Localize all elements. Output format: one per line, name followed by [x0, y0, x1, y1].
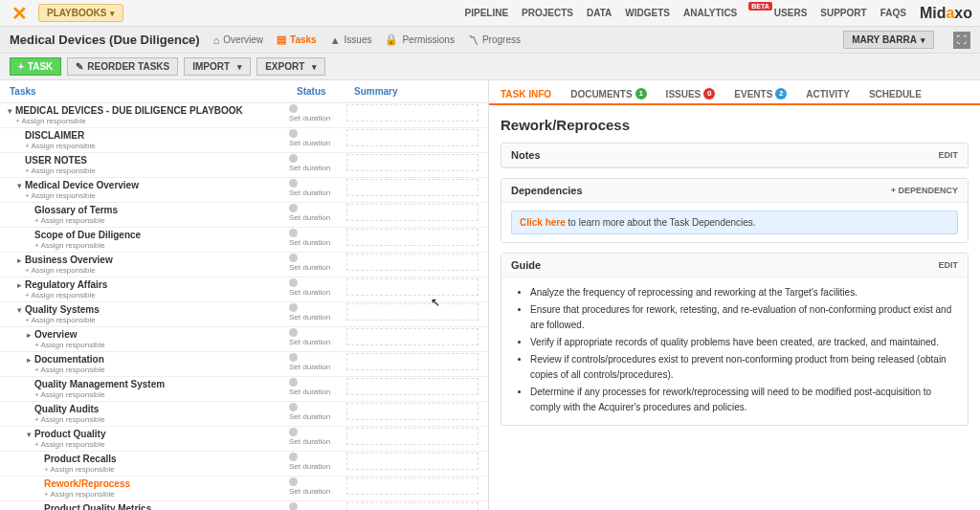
task-row[interactable]: ▾MEDICAL DEVICES - DUE DILIGENCE PLAYBOO…: [0, 103, 488, 128]
task-row[interactable]: ▾Quality Systems+ Assign responsibleSet …: [0, 302, 488, 327]
status-dot[interactable]: [289, 303, 298, 312]
tab-progress[interactable]: 〽Progress: [468, 34, 521, 46]
task-row[interactable]: Glossary of Terms+ Assign responsibleSet…: [0, 203, 488, 228]
rtab-documents[interactable]: DOCUMENTS1: [568, 84, 648, 103]
nav-widgets[interactable]: WIDGETS: [625, 8, 670, 18]
tab-tasks[interactable]: ▤Tasks: [277, 33, 317, 46]
set-duration-link[interactable]: Set duration: [289, 363, 330, 371]
rtab-activity[interactable]: ACTIVITY: [804, 84, 852, 103]
set-duration-link[interactable]: Set duration: [289, 388, 330, 396]
status-dot[interactable]: [289, 378, 298, 387]
set-duration-link[interactable]: Set duration: [289, 437, 330, 446]
nav-users[interactable]: USERS: [774, 8, 807, 18]
status-dot[interactable]: [289, 453, 298, 461]
summary-cell[interactable]: [346, 403, 479, 420]
status-dot[interactable]: [289, 428, 298, 436]
status-dot[interactable]: [289, 229, 298, 237]
nav-projects[interactable]: PROJECTS: [522, 8, 573, 18]
nav-support[interactable]: SUPPORT: [820, 8, 866, 18]
expand-toggle[interactable]: ▾: [13, 305, 25, 315]
task-row[interactable]: Rework/Reprocess+ Assign responsibleSet …: [0, 477, 488, 501]
expand-toggle[interactable]: ▾: [23, 430, 34, 439]
status-dot[interactable]: [289, 403, 298, 411]
assign-responsible-link[interactable]: + Assign responsible: [25, 266, 289, 276]
expand-toggle[interactable]: ▸: [13, 255, 25, 265]
edit-notes-button[interactable]: EDIT: [938, 150, 958, 160]
assign-responsible-link[interactable]: + Assign responsible: [25, 316, 289, 325]
task-row[interactable]: Product Recalls+ Assign responsibleSet d…: [0, 452, 488, 477]
set-duration-link[interactable]: Set duration: [289, 114, 330, 122]
task-row[interactable]: ▾Medical Device Overview+ Assign respons…: [0, 178, 488, 203]
summary-cell[interactable]: [346, 154, 479, 171]
status-dot[interactable]: [289, 477, 298, 486]
assign-responsible-link[interactable]: + Assign responsible: [25, 166, 289, 176]
task-row[interactable]: Quality Management System+ Assign respon…: [0, 377, 488, 402]
assign-responsible-link[interactable]: + Assign responsible: [25, 191, 289, 201]
set-duration-link[interactable]: Set duration: [289, 139, 330, 147]
summary-cell[interactable]: [346, 353, 479, 370]
export-button[interactable]: EXPORT▾: [256, 57, 325, 76]
set-duration-link[interactable]: Set duration: [289, 164, 330, 172]
task-row[interactable]: ▸Regulatory Affairs+ Assign responsibleS…: [0, 277, 488, 302]
status-dot[interactable]: [289, 328, 298, 337]
assign-responsible-link[interactable]: + Assign responsible: [15, 117, 289, 126]
reorder-tasks-button[interactable]: ✎REORDER TASKS: [67, 57, 178, 76]
summary-cell[interactable]: [346, 477, 479, 495]
task-row[interactable]: Quality Audits+ Assign responsibleSet du…: [0, 402, 488, 427]
tab-issues[interactable]: ▲Issues: [330, 34, 372, 46]
nav-pipeline[interactable]: PIPELINE: [465, 8, 509, 18]
task-row[interactable]: ▸Overview+ Assign responsibleSet duratio…: [0, 327, 488, 352]
expand-toggle[interactable]: ▸: [13, 280, 25, 290]
set-duration-link[interactable]: Set duration: [289, 313, 330, 322]
fullscreen-icon[interactable]: ⛶: [953, 32, 970, 49]
user-menu[interactable]: MARY BARRA▾: [843, 31, 934, 49]
set-duration-link[interactable]: Set duration: [289, 188, 330, 197]
task-row[interactable]: Scope of Due Diligence+ Assign responsib…: [0, 228, 488, 253]
summary-cell[interactable]: [346, 204, 479, 221]
deps-learn-link[interactable]: Click here: [520, 217, 566, 228]
status-dot[interactable]: [289, 104, 298, 113]
nav-faqs[interactable]: FAQS: [880, 8, 906, 18]
expand-toggle[interactable]: ▾: [4, 106, 15, 116]
set-duration-link[interactable]: Set duration: [289, 412, 330, 421]
expand-toggle[interactable]: ▸: [23, 355, 34, 365]
assign-responsible-link[interactable]: + Assign responsible: [44, 465, 289, 475]
rtab-issues[interactable]: ISSUES0: [664, 84, 718, 103]
task-row[interactable]: ▸Documentation+ Assign responsibleSet du…: [0, 352, 488, 377]
tab-overview[interactable]: ⌂Overview: [213, 34, 263, 46]
assign-responsible-link[interactable]: + Assign responsible: [25, 142, 289, 151]
assign-responsible-link[interactable]: + Assign responsible: [34, 366, 289, 375]
assign-responsible-link[interactable]: + Assign responsible: [34, 440, 289, 450]
assign-responsible-link[interactable]: + Assign responsible: [34, 390, 289, 400]
status-dot[interactable]: [289, 204, 298, 212]
set-duration-link[interactable]: Set duration: [289, 263, 330, 272]
assign-responsible-link[interactable]: + Assign responsible: [44, 490, 289, 499]
task-row[interactable]: ▾Product Quality+ Assign responsibleSet …: [0, 427, 488, 452]
assign-responsible-link[interactable]: + Assign responsible: [34, 415, 289, 425]
summary-cell[interactable]: [346, 278, 479, 296]
import-button[interactable]: IMPORT▾: [184, 57, 251, 76]
status-dot[interactable]: [289, 353, 298, 362]
set-duration-link[interactable]: Set duration: [289, 462, 330, 471]
add-task-button[interactable]: +TASK: [10, 57, 61, 76]
summary-cell[interactable]: [346, 453, 479, 470]
status-dot[interactable]: [289, 154, 298, 163]
summary-cell[interactable]: [346, 328, 479, 345]
assign-responsible-link[interactable]: + Assign responsible: [34, 241, 289, 251]
add-dependency-button[interactable]: + DEPENDENCY: [891, 186, 958, 195]
status-dot[interactable]: [289, 254, 298, 262]
expand-toggle[interactable]: ▸: [23, 330, 34, 340]
task-row[interactable]: USER NOTES+ Assign responsibleSet durati…: [0, 153, 488, 178]
summary-cell[interactable]: [346, 129, 479, 146]
set-duration-link[interactable]: Set duration: [289, 288, 330, 297]
rtab-events[interactable]: EVENTS2: [732, 84, 789, 103]
set-duration-link[interactable]: Set duration: [289, 338, 330, 346]
summary-cell[interactable]: [346, 229, 479, 246]
summary-cell[interactable]: [346, 378, 479, 395]
rtab-schedule[interactable]: SCHEDULE: [867, 84, 924, 103]
assign-responsible-link[interactable]: + Assign responsible: [34, 341, 289, 350]
status-dot[interactable]: [289, 129, 298, 138]
summary-cell[interactable]: [346, 428, 479, 445]
set-duration-link[interactable]: Set duration: [289, 213, 330, 222]
status-dot[interactable]: [289, 179, 298, 188]
